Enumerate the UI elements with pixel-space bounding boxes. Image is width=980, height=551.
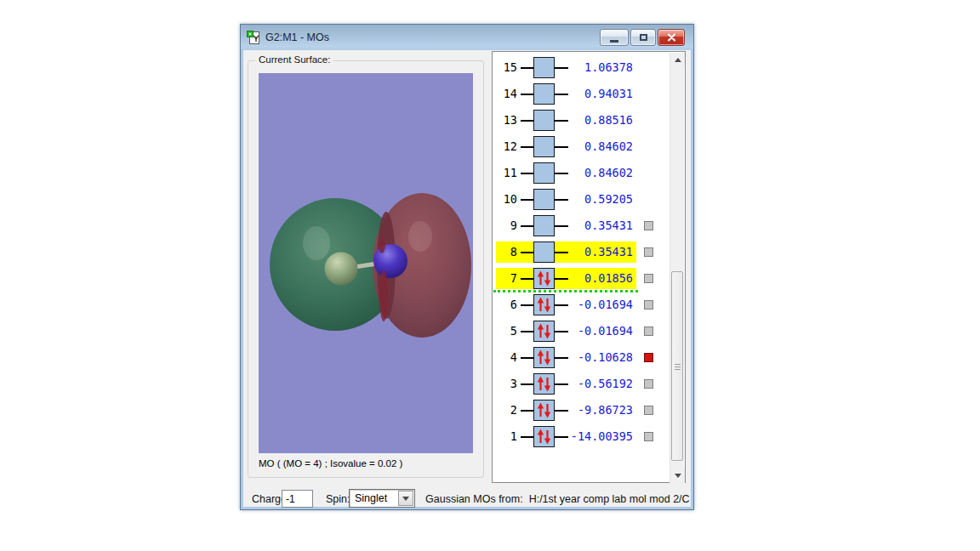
mo-row[interactable]: 10 0.59205	[493, 189, 669, 210]
mo-row[interactable]: 1 -14.00395	[493, 426, 669, 447]
mo-row[interactable]: 12 0.84602	[493, 136, 669, 157]
mo-energy-value: -9.86723	[567, 400, 633, 421]
mo-level-box[interactable]	[533, 373, 555, 395]
mo-energy-value: 0.01856	[567, 268, 633, 289]
mo-row[interactable]: 14 0.94031	[493, 83, 669, 105]
titlebar[interactable]: G2:M1 - MOs	[241, 25, 693, 50]
mo-select-checkbox[interactable]	[644, 432, 653, 441]
restore-icon	[640, 34, 647, 41]
mo-level-line-right	[555, 94, 568, 95]
mo-energy-value: 1.06378	[567, 57, 633, 78]
mo-level-line-left	[521, 357, 533, 359]
mo-number: 9	[493, 215, 517, 236]
mo-row[interactable]: 13 0.88516	[493, 110, 669, 131]
mo-level-line-left	[521, 67, 533, 69]
mo-energy-value: 0.35431	[567, 215, 633, 236]
mo-rows: 15 1.06378 14 0.94031	[493, 52, 669, 482]
minimize-button[interactable]	[600, 29, 629, 46]
atom-right	[373, 244, 407, 278]
mo-level-box[interactable]	[533, 189, 555, 210]
mo-row[interactable]: 7 0.01856	[493, 268, 669, 289]
mo-energy-value: -14.00395	[567, 426, 633, 447]
scroll-down-icon	[675, 474, 681, 478]
current-surface-groupbox: Current Surface:	[248, 60, 484, 478]
mo-level-line-right	[555, 225, 568, 227]
mo-level-box[interactable]	[533, 321, 555, 342]
mo-level-line-left	[521, 94, 533, 95]
mo-level-line-left	[521, 383, 533, 385]
mo-number: 13	[493, 110, 517, 131]
mo-energy-value: 0.84602	[567, 162, 633, 184]
mo-select-checkbox[interactable]	[644, 327, 653, 336]
mo-row[interactable]: 8 0.35431	[493, 241, 669, 263]
mo-level-line-right	[555, 304, 568, 306]
mo-row[interactable]: 3 -0.56192	[493, 373, 669, 395]
mo-select-checkbox[interactable]	[644, 300, 653, 310]
mo-energy-value: -0.56192	[567, 373, 633, 395]
mo-level-line-right	[555, 146, 568, 148]
mo-number: 4	[493, 347, 517, 368]
mo-select-checkbox[interactable]	[644, 274, 653, 283]
mo-number: 7	[493, 268, 517, 289]
source-label: Gaussian MOs from:	[425, 493, 523, 505]
mo-level-box[interactable]	[533, 426, 555, 447]
mo-level-line-right	[555, 252, 568, 253]
window-icon	[247, 31, 261, 45]
mo-row[interactable]: 4 -0.10628	[493, 347, 669, 368]
mo-level-line-left	[521, 331, 533, 332]
mo-level-line-right	[555, 436, 568, 438]
mo-level-box[interactable]	[533, 215, 555, 236]
scrollbar-thumb[interactable]	[671, 271, 683, 461]
mo-level-line-right	[555, 278, 568, 280]
electron-pair-icon	[534, 348, 554, 367]
mo-row[interactable]: 9 0.35431	[493, 215, 669, 236]
mo-select-checkbox[interactable]	[644, 221, 653, 230]
mo-level-line-left	[521, 199, 533, 201]
mo-energy-value: -0.10628	[567, 347, 633, 368]
mo-level-box[interactable]	[533, 268, 555, 289]
mo-level-box[interactable]	[533, 110, 555, 131]
mo-level-box[interactable]	[533, 162, 555, 184]
mo-level-line-left	[521, 120, 533, 122]
mo-number: 11	[493, 162, 517, 184]
orbital-surface-render[interactable]	[259, 73, 473, 453]
mo-level-line-right	[555, 199, 568, 201]
restore-button[interactable]	[630, 29, 656, 46]
mo-level-line-right	[555, 331, 568, 332]
mo-row[interactable]: 2 -9.86723	[493, 400, 669, 421]
mo-select-checkbox[interactable]	[644, 247, 653, 257]
mo-energy-value: -0.01694	[567, 321, 633, 342]
charge-input[interactable]	[282, 490, 313, 508]
mo-select-checkbox[interactable]	[644, 379, 653, 389]
mo-level-box[interactable]	[533, 83, 555, 105]
spin-dropdown-button[interactable]	[398, 491, 413, 506]
scroll-down-button[interactable]	[670, 469, 685, 483]
mo-row[interactable]: 5 -0.01694	[493, 321, 669, 342]
mo-level-box[interactable]	[533, 241, 555, 263]
mo-select-checkbox[interactable]	[644, 353, 653, 362]
scroll-up-icon	[675, 58, 681, 62]
mo-level-line-right	[555, 383, 568, 385]
mo-energy-value: 0.35431	[567, 241, 633, 263]
electron-pair-icon	[534, 321, 554, 341]
mo-row[interactable]: 6 -0.01694	[493, 294, 669, 315]
mo-list-scrollbar[interactable]	[669, 53, 684, 483]
spin-select[interactable]: Singlet	[349, 489, 415, 508]
mo-row[interactable]: 15 1.06378	[493, 57, 669, 78]
mo-level-box[interactable]	[533, 347, 555, 368]
mos-dialog-window: G2:M1 - MOs Current Surface:	[240, 24, 694, 510]
mo-row[interactable]: 11 0.84602	[493, 162, 669, 184]
mo-number: 14	[493, 83, 517, 105]
mo-level-line-right	[555, 410, 568, 412]
close-button[interactable]	[658, 29, 685, 46]
mo-energy-value: 0.88516	[567, 110, 633, 131]
mo-select-checkbox[interactable]	[644, 406, 653, 415]
scroll-up-button[interactable]	[670, 53, 685, 67]
mo-energy-value: 0.59205	[567, 189, 633, 210]
mo-level-box[interactable]	[533, 294, 555, 315]
mo-level-box[interactable]	[533, 400, 555, 421]
mo-level-box[interactable]	[533, 136, 555, 157]
mo-level-box[interactable]	[533, 57, 555, 78]
spin-label: Spin:	[326, 490, 350, 508]
mo-level-line-left	[521, 278, 533, 280]
